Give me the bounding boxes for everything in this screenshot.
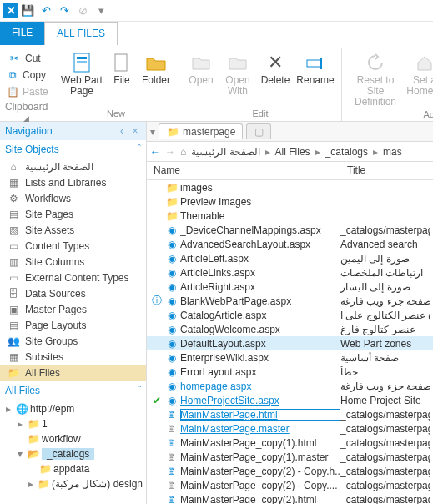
sidebar-item-home[interactable]: ⌂الصفحة الرئيسية xyxy=(0,159,146,174)
file-row[interactable]: ◉ErrorLayout.aspxخطأ xyxy=(147,365,433,379)
home-icon[interactable]: ⌂ xyxy=(180,146,186,158)
sidebar-item-ect[interactable]: ▭External Content Types xyxy=(0,270,146,285)
document-tabs: ▾ 📁masterpage ▢ xyxy=(147,122,433,142)
sa-icon: ▧ xyxy=(7,224,20,236)
doc-tab-masterpage[interactable]: 📁masterpage xyxy=(159,123,243,139)
file-row[interactable]: 🗎MainMasterPage_copy(1).html_catalogs/ma… xyxy=(147,436,433,450)
tree-node[interactable]: ▸📁1 xyxy=(3,416,143,431)
file-row[interactable]: 📁Themable xyxy=(147,209,433,223)
group-new: Web Part Page File Folder New xyxy=(53,48,179,121)
sidebar-item-ss[interactable]: ▦Subsites xyxy=(0,349,146,365)
paste-button[interactable]: 📋Paste xyxy=(5,83,48,100)
sidebar-item-sa[interactable]: ▧Site Assets xyxy=(0,222,146,238)
file-type-icon: 🗎 xyxy=(164,423,180,435)
tab-list-icon[interactable]: ▾ xyxy=(150,126,155,138)
forward-icon[interactable]: → xyxy=(165,146,175,158)
file-row[interactable]: ◉ArticleLinks.aspxارتباطات الملخصات xyxy=(147,265,433,280)
undo-icon[interactable]: ↶ xyxy=(37,2,55,20)
file-row[interactable]: 📁images xyxy=(147,180,433,194)
crumb-item[interactable]: _catalogs xyxy=(325,146,368,158)
file-row[interactable]: 🗎MainMasterPage_copy(2) - Copy...._catal… xyxy=(147,478,433,492)
svg-rect-2 xyxy=(77,61,87,63)
crumb-item[interactable]: All Files xyxy=(275,146,310,158)
file-row[interactable]: ◉AdvancedSearchLayout.aspxAdvanced searc… xyxy=(147,237,433,251)
cut-button[interactable]: ✂Cut xyxy=(5,50,48,67)
sidebar-item-lists[interactable]: ▦Lists and Libraries xyxy=(0,174,146,190)
file-row[interactable]: 🗎MainMasterPage.master_catalogs/masterpa… xyxy=(147,421,433,436)
save-icon[interactable]: 💾 xyxy=(18,2,37,20)
sidebar-item-ds[interactable]: 🗄Data Sources xyxy=(0,285,146,301)
file-row[interactable]: 🗎MainMasterPage_copy(2).html_catalogs/ma… xyxy=(147,492,433,504)
reset-button[interactable]: Reset to Site Definition xyxy=(347,50,404,108)
sidebar-item-mp[interactable]: ▣Master Pages xyxy=(0,301,146,317)
file-row[interactable]: 🗎MainMasterPage.html_catalogs/masterpag xyxy=(147,407,433,421)
file-name: BlankWebPartPage.aspx xyxy=(180,295,340,307)
file-name: CatalogWelcome.aspx xyxy=(180,324,340,335)
file-list: 📁images📁Preview Images📁Themable◉_DeviceC… xyxy=(147,180,433,504)
file-name: MainMasterPage_copy(2).html xyxy=(180,494,340,505)
tree-node[interactable]: ▸📁(شكال مركبة) design xyxy=(3,476,143,491)
crumb-item[interactable]: mas xyxy=(383,146,402,158)
sidebar-item-sc[interactable]: ▥Site Columns xyxy=(0,254,146,270)
rename-button[interactable]: Rename xyxy=(295,50,336,108)
nav-prev-icon[interactable]: ‹ xyxy=(116,125,128,137)
sidebar-item-sp[interactable]: ▤Site Pages xyxy=(0,206,146,222)
tree-node-root[interactable]: ▸🌐http://epm xyxy=(3,401,143,416)
tab-file[interactable]: FILE xyxy=(0,22,44,45)
back-icon[interactable]: ← xyxy=(150,146,160,158)
sidebar-item-label: Master Pages xyxy=(25,304,87,315)
stop-icon[interactable]: ⊘ xyxy=(73,2,92,20)
sidebar-item-ct[interactable]: ▭Content Types xyxy=(0,238,146,254)
sidebar-item-sg[interactable]: 👥Site Groups xyxy=(0,333,146,349)
paste-icon: 📋 xyxy=(7,86,19,98)
file-title: صورة عنصر الكتالوج على ا xyxy=(340,310,430,321)
delete-button[interactable]: ✕Delete xyxy=(258,50,293,108)
content-pane: ▾ 📁masterpage ▢ ← → ⌂ الصفحة الرئيسية▸ A… xyxy=(147,122,433,504)
qat-menu-icon[interactable]: ▾ xyxy=(92,2,110,20)
file-name: Themable xyxy=(180,210,340,222)
doc-tab-new[interactable]: ▢ xyxy=(246,123,271,139)
file-row[interactable]: ◉ArticleRight.aspxصورة إلى اليسار xyxy=(147,280,433,294)
col-name[interactable]: Name xyxy=(147,162,340,179)
file-title: _catalogs/masterpag xyxy=(340,437,430,449)
file-row[interactable]: ◉DefaultLayout.aspxWeb Part zones xyxy=(147,336,433,350)
file-row[interactable]: ◉CatalogArticle.aspxصورة عنصر الكتالوج ع… xyxy=(147,308,433,322)
nav-collapse-icon[interactable]: × xyxy=(129,125,141,137)
file-row[interactable]: 🗎MainMasterPage_copy(2) - Copy.h..._cata… xyxy=(147,464,433,478)
set-home-button[interactable]: Set a Home P xyxy=(405,50,433,108)
sidebar-item-af[interactable]: 📁All Files xyxy=(0,365,146,381)
copy-button[interactable]: ⧉Copy xyxy=(5,67,48,83)
file-row[interactable]: ◉CatalogWelcome.aspxعنصر كتالوج فارغ xyxy=(147,322,433,336)
tree-node[interactable]: 📁workflow xyxy=(3,431,143,446)
tree-node-catalogs[interactable]: ▾📂_catalogs xyxy=(3,446,143,461)
file-row[interactable]: 🗎MainMasterPage_copy(1).master_catalogs/… xyxy=(147,450,433,464)
open-button[interactable]: Open xyxy=(184,50,218,108)
folder-tree: ▸🌐http://epm ▸📁1 📁workflow ▾📂_catalogs 📁… xyxy=(0,400,146,493)
crumb-item[interactable]: الصفحة الرئيسية xyxy=(191,146,259,158)
file-row[interactable]: 📁Preview Images xyxy=(147,194,433,209)
webpart-page-button[interactable]: Web Part Page xyxy=(58,50,105,108)
file-button[interactable]: File xyxy=(107,50,137,108)
file-row[interactable]: ✔◉HomeProjectSite.aspxHome Project Site xyxy=(147,393,433,407)
tab-all-files[interactable]: ALL FILES xyxy=(44,22,118,45)
file-row[interactable]: ◉EnterpriseWiki.aspxصفحة أساسية xyxy=(147,350,433,365)
sidebar-item-pl[interactable]: ▤Page Layouts xyxy=(0,317,146,333)
app-icon[interactable]: ✕ xyxy=(3,3,18,18)
all-files-header[interactable]: All Filesˆ xyxy=(0,381,146,400)
site-objects-header[interactable]: Site Objectsˆ xyxy=(0,140,146,159)
file-row[interactable]: ◉homepage.aspxصفحة جزء ويب فارغة xyxy=(147,379,433,393)
file-row[interactable]: ◉ArticleLeft.aspxصورة إلى اليمين xyxy=(147,251,433,265)
sidebar-item-wf[interactable]: ⚙Workflows xyxy=(0,190,146,206)
file-name: DefaultLayout.aspx xyxy=(180,338,340,350)
file-type-icon: 🗎 xyxy=(164,451,180,463)
file-name: ArticleLeft.aspx xyxy=(180,253,340,265)
file-title: _catalogs/masterpag xyxy=(340,480,430,491)
file-row[interactable]: ⓘ◉BlankWebPartPage.aspxصفحة جزء ويب فارغ… xyxy=(147,294,433,308)
sidebar-item-label: External Content Types xyxy=(25,272,129,284)
col-title[interactable]: Title xyxy=(340,162,433,179)
tree-node[interactable]: 📁appdata xyxy=(3,461,143,476)
redo-icon[interactable]: ↷ xyxy=(55,2,73,20)
open-with-button[interactable]: Open With xyxy=(219,50,256,108)
folder-button[interactable]: Folder xyxy=(138,50,174,108)
file-row[interactable]: ◉_DeviceChannelMappings.aspx_catalogs/ma… xyxy=(147,223,433,237)
